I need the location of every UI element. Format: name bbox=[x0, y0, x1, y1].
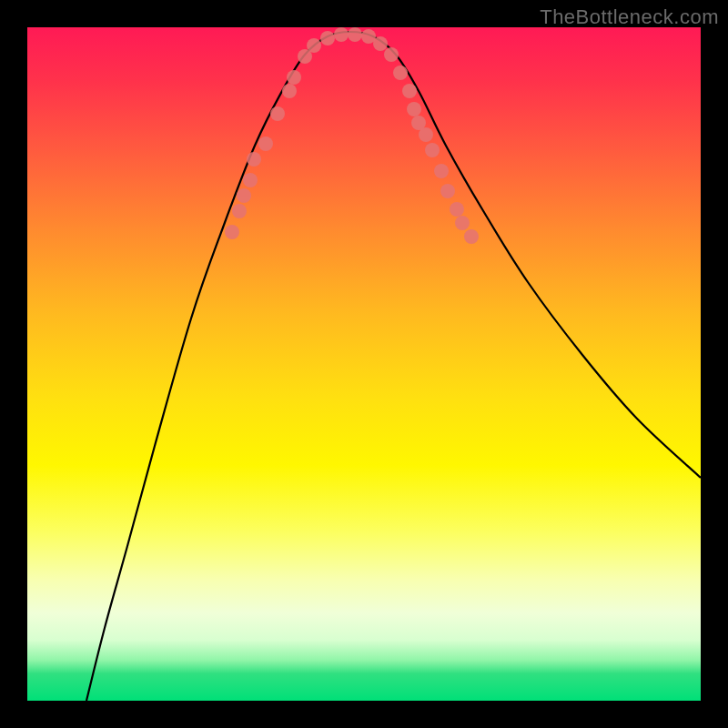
marker-point bbox=[258, 136, 273, 151]
marker-point bbox=[282, 84, 297, 98]
marker-point bbox=[425, 143, 440, 157]
plot-area bbox=[27, 27, 701, 701]
marker-point bbox=[243, 173, 258, 187]
chart-frame: TheBottleneck.com bbox=[0, 0, 728, 728]
marker-point bbox=[348, 27, 362, 42]
marker-point bbox=[320, 31, 335, 46]
marker-point bbox=[247, 152, 261, 167]
marker-point bbox=[237, 188, 251, 203]
marker-point bbox=[334, 27, 349, 42]
marker-point bbox=[407, 102, 421, 116]
marker-point bbox=[419, 127, 433, 142]
marker-point bbox=[450, 202, 464, 217]
marker-point bbox=[440, 184, 455, 198]
marker-point bbox=[434, 164, 449, 178]
marker-point bbox=[373, 36, 388, 51]
marker-point bbox=[384, 47, 399, 62]
marker-point bbox=[225, 225, 239, 239]
chart-svg bbox=[27, 27, 701, 701]
marker-point bbox=[287, 70, 301, 85]
marker-point bbox=[307, 38, 321, 53]
marker-point bbox=[393, 66, 408, 80]
marker-point bbox=[232, 204, 247, 218]
marker-point bbox=[402, 84, 417, 98]
curve-bottleneck-curve bbox=[86, 32, 701, 701]
marker-point bbox=[270, 106, 285, 121]
marker-point bbox=[464, 229, 479, 244]
watermark-text: TheBottleneck.com bbox=[540, 5, 719, 29]
marker-point bbox=[455, 216, 470, 230]
